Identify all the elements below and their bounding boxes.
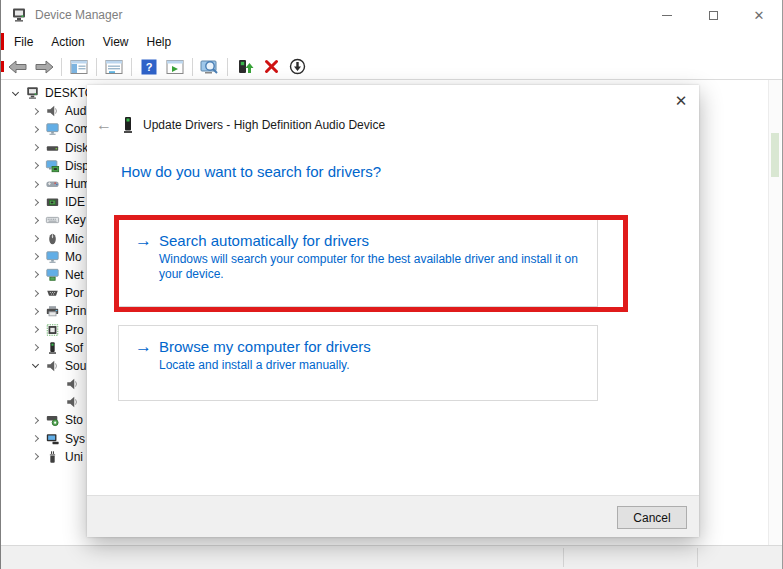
toolbar: ? [1,54,782,80]
chevron-right-icon[interactable] [27,327,43,332]
maximize-button[interactable] [690,0,736,30]
chevron-right-icon[interactable] [27,254,43,259]
chevron-right-icon[interactable] [27,182,43,187]
device-manager-window: Device Manager ✕ File Action View Help ? [0,0,783,569]
chevron-right-icon[interactable] [27,163,43,168]
chevron-right-icon[interactable] [27,127,43,132]
scan-hardware-button[interactable] [198,56,222,78]
usb-icon [45,450,60,464]
storage-controller-icon [45,413,60,427]
dialog-close-button[interactable]: ✕ [671,91,691,111]
mouse-icon [45,232,60,246]
option-browse-computer[interactable]: → Browse my computer for drivers Locate … [118,325,598,401]
vertical-scrollbar[interactable] [768,80,781,545]
tree-label: Mo [65,250,82,264]
close-button[interactable]: ✕ [736,0,782,30]
toolbar-separator [227,58,228,76]
display-adapter-icon [45,159,60,173]
update-driver-icon [236,59,254,75]
export-list-button[interactable] [163,56,187,78]
forward-button[interactable] [32,56,56,78]
tree-label: Aud [65,104,86,118]
dialog-footer: Cancel [87,495,699,537]
network-adapter-icon [45,268,60,282]
tree-label: Net [65,268,84,282]
arrow-right-icon: → [135,337,159,356]
close-icon: ✕ [675,92,688,110]
option-text: Search automatically for drivers Windows… [159,231,581,282]
minimize-button[interactable] [644,0,690,30]
menu-file[interactable]: File [5,30,42,54]
tree-label: Sof [65,341,83,355]
tree-label: Uni [65,450,83,464]
chevron-right-icon[interactable] [27,109,43,114]
option-title: Search automatically for drivers [159,231,581,250]
dialog-title: Update Drivers - High Definition Audio D… [143,118,385,132]
tree-label: Mic [65,232,84,246]
dialog-back-icon[interactable]: ← [96,116,120,134]
printer-icon [45,304,60,318]
disable-device-icon [289,58,306,75]
chevron-right-icon[interactable] [27,309,43,314]
chevron-right-icon[interactable] [27,454,43,459]
controller-board-icon [45,195,60,209]
title-bar: Device Manager ✕ [1,0,782,30]
minimize-icon [662,15,672,16]
tree-label: Key [65,213,86,227]
show-console-tree-button[interactable] [67,56,91,78]
edge-annotation-mark [1,33,4,50]
device-manager-app-icon [11,7,27,23]
chevron-right-icon[interactable] [27,145,43,150]
option-search-automatically[interactable]: → Search automatically for drivers Windo… [118,219,598,307]
console-tree-icon [70,59,88,75]
tree-label: Disk [65,141,88,155]
back-arrow-icon [8,60,28,74]
dialog-header: ← Update Drivers - High Definition Audio… [96,113,385,137]
tree-label: Pro [65,323,84,337]
monitor-icon [45,250,60,264]
scan-hardware-icon [200,59,220,75]
caption-buttons: ✕ [644,0,782,30]
tree-label: Sys [65,432,85,446]
cancel-button[interactable]: Cancel [617,506,687,529]
chevron-right-icon[interactable] [27,200,43,205]
chevron-down-icon[interactable] [27,364,43,367]
menu-help[interactable]: Help [138,30,181,54]
chevron-right-icon[interactable] [27,236,43,241]
toolbar-separator [61,58,62,76]
tree-label: Disp [65,159,89,173]
scrollbar-thumb[interactable] [771,133,779,177]
serial-port-icon [45,286,60,300]
maximize-icon [709,11,718,20]
chevron-right-icon[interactable] [27,291,43,296]
disk-drive-icon [45,141,60,155]
update-driver-button[interactable] [233,56,257,78]
close-icon: ✕ [754,8,765,23]
back-button[interactable] [6,56,30,78]
monitor-icon [45,122,60,136]
uninstall-device-button[interactable] [259,56,283,78]
tree-label: IDE [65,195,85,209]
menu-action[interactable]: Action [42,30,93,54]
chevron-right-icon[interactable] [27,218,43,223]
chevron-down-icon[interactable] [7,92,23,95]
chevron-right-icon[interactable] [27,418,43,423]
chevron-right-icon[interactable] [27,272,43,277]
speaker-icon [45,104,60,118]
disable-device-button[interactable] [285,56,309,78]
chevron-right-icon[interactable] [27,436,43,441]
help-button[interactable]: ? [137,56,161,78]
menu-view[interactable]: View [94,30,138,54]
chevron-right-icon[interactable] [27,345,43,350]
arrow-right-icon: → [135,231,159,250]
option-description: Locate and install a driver manually. [159,358,371,373]
svg-text:?: ? [146,61,153,73]
help-icon: ? [141,59,157,75]
toolbar-separator [96,58,97,76]
speaker-icon [65,377,80,391]
properties-button[interactable] [102,56,126,78]
tree-label: Sou [65,359,86,373]
edge-annotation-mark [1,61,4,72]
option-title: Browse my computer for drivers [159,337,371,356]
update-drivers-dialog: ✕ ← Update Drivers - High Definition Aud… [87,85,699,537]
